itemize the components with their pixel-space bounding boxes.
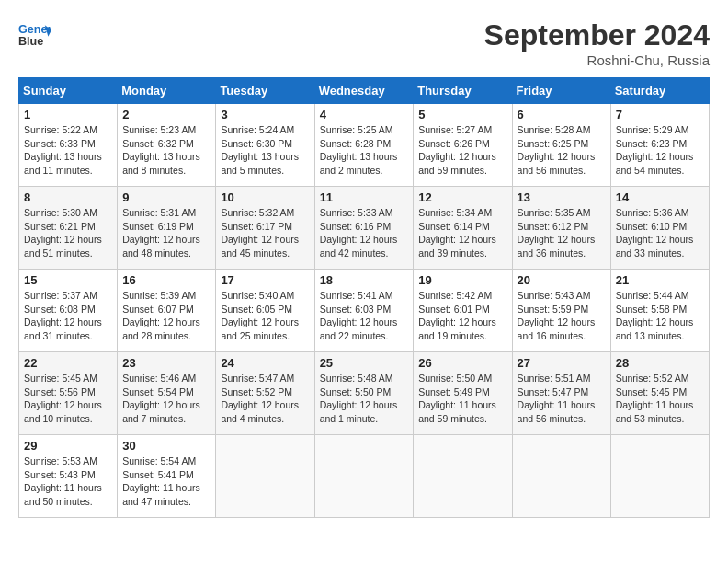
calendar-cell: 10Sunrise: 5:32 AM Sunset: 6:17 PM Dayli… [216,187,314,270]
calendar-cell: 6Sunrise: 5:28 AM Sunset: 6:25 PM Daylig… [512,104,610,187]
day-info: Sunrise: 5:41 AM Sunset: 6:03 PM Dayligh… [320,289,409,343]
day-number: 28 [616,356,704,370]
day-info: Sunrise: 5:50 AM Sunset: 5:49 PM Dayligh… [418,372,506,426]
day-number: 21 [616,273,704,287]
month-title: September 2024 [484,18,710,52]
calendar-cell: 21Sunrise: 5:44 AM Sunset: 5:58 PM Dayli… [610,270,709,352]
calendar-cell: 5Sunrise: 5:27 AM Sunset: 6:26 PM Daylig… [414,104,512,187]
day-info: Sunrise: 5:29 AM Sunset: 6:23 PM Dayligh… [616,123,704,178]
calendar-cell: 18Sunrise: 5:41 AM Sunset: 6:03 PM Dayli… [314,270,414,352]
day-info: Sunrise: 5:28 AM Sunset: 6:25 PM Dayligh… [518,123,606,178]
day-info: Sunrise: 5:30 AM Sunset: 6:21 PM Dayligh… [24,206,112,260]
day-info: Sunrise: 5:48 AM Sunset: 5:50 PM Dayligh… [320,372,409,426]
calendar-cell: 27Sunrise: 5:51 AM Sunset: 5:47 PM Dayli… [512,352,610,435]
calendar-cell: 23Sunrise: 5:46 AM Sunset: 5:54 PM Dayli… [118,352,216,435]
calendar-cell [512,435,610,518]
day-info: Sunrise: 5:22 AM Sunset: 6:33 PM Dayligh… [24,123,112,178]
calendar-cell [216,435,314,518]
day-number: 15 [24,273,112,287]
day-info: Sunrise: 5:46 AM Sunset: 5:54 PM Dayligh… [122,372,210,426]
calendar-cell: 7Sunrise: 5:29 AM Sunset: 6:23 PM Daylig… [610,104,709,187]
day-number: 29 [24,439,112,453]
calendar-cell: 28Sunrise: 5:52 AM Sunset: 5:45 PM Dayli… [610,352,709,435]
day-info: Sunrise: 5:35 AM Sunset: 6:12 PM Dayligh… [518,206,606,260]
calendar-cell [610,435,709,518]
page-header: General Blue September 2024 Roshni-Chu, … [18,18,710,68]
day-number: 20 [518,273,606,287]
day-info: Sunrise: 5:36 AM Sunset: 6:10 PM Dayligh… [616,206,704,260]
weekday-sunday: Sunday [19,78,118,104]
calendar-cell: 30Sunrise: 5:54 AM Sunset: 5:41 PM Dayli… [118,435,216,518]
weekday-thursday: Thursday [414,78,512,104]
day-info: Sunrise: 5:42 AM Sunset: 6:01 PM Dayligh… [418,289,506,343]
week-row-2: 8Sunrise: 5:30 AM Sunset: 6:21 PM Daylig… [19,187,710,270]
calendar-table: SundayMondayTuesdayWednesdayThursdayFrid… [18,77,710,518]
calendar-cell: 26Sunrise: 5:50 AM Sunset: 5:49 PM Dayli… [414,352,512,435]
day-number: 12 [418,190,506,204]
day-info: Sunrise: 5:53 AM Sunset: 5:43 PM Dayligh… [24,454,112,509]
day-info: Sunrise: 5:44 AM Sunset: 5:58 PM Dayligh… [616,289,704,343]
day-number: 23 [122,356,210,370]
day-number: 7 [616,108,704,121]
day-info: Sunrise: 5:33 AM Sunset: 6:16 PM Dayligh… [320,206,409,260]
calendar-cell: 12Sunrise: 5:34 AM Sunset: 6:14 PM Dayli… [414,187,512,270]
day-number: 16 [122,273,210,287]
calendar-cell: 2Sunrise: 5:23 AM Sunset: 6:32 PM Daylig… [118,104,216,187]
week-row-1: 1Sunrise: 5:22 AM Sunset: 6:33 PM Daylig… [19,104,710,187]
day-info: Sunrise: 5:47 AM Sunset: 5:52 PM Dayligh… [221,372,309,426]
calendar-cell: 11Sunrise: 5:33 AM Sunset: 6:16 PM Dayli… [314,187,414,270]
day-number: 30 [122,439,210,453]
calendar-cell: 15Sunrise: 5:37 AM Sunset: 6:08 PM Dayli… [19,270,118,352]
day-info: Sunrise: 5:25 AM Sunset: 6:28 PM Dayligh… [320,123,409,178]
day-number: 6 [518,108,606,121]
weekday-friday: Friday [512,78,610,104]
day-info: Sunrise: 5:45 AM Sunset: 5:56 PM Dayligh… [24,372,112,426]
weekday-monday: Monday [118,78,216,104]
day-info: Sunrise: 5:32 AM Sunset: 6:17 PM Dayligh… [221,206,309,260]
day-info: Sunrise: 5:52 AM Sunset: 5:45 PM Dayligh… [616,372,704,426]
day-number: 26 [418,356,506,370]
logo-icon: General Blue [18,18,51,52]
calendar-cell: 25Sunrise: 5:48 AM Sunset: 5:50 PM Dayli… [314,352,414,435]
calendar-cell: 22Sunrise: 5:45 AM Sunset: 5:56 PM Dayli… [19,352,118,435]
day-info: Sunrise: 5:24 AM Sunset: 6:30 PM Dayligh… [221,123,309,178]
day-number: 4 [320,108,409,121]
calendar-cell: 19Sunrise: 5:42 AM Sunset: 6:01 PM Dayli… [414,270,512,352]
day-number: 18 [320,273,409,287]
weekday-header-row: SundayMondayTuesdayWednesdayThursdayFrid… [19,78,710,104]
day-number: 9 [122,190,210,204]
week-row-5: 29Sunrise: 5:53 AM Sunset: 5:43 PM Dayli… [19,435,710,518]
day-number: 17 [221,273,309,287]
day-info: Sunrise: 5:39 AM Sunset: 6:07 PM Dayligh… [122,289,210,343]
day-number: 22 [24,356,112,370]
day-number: 24 [221,356,309,370]
weekday-saturday: Saturday [610,78,709,104]
week-row-4: 22Sunrise: 5:45 AM Sunset: 5:56 PM Dayli… [19,352,710,435]
day-info: Sunrise: 5:54 AM Sunset: 5:41 PM Dayligh… [122,454,210,509]
day-number: 5 [418,108,506,121]
day-info: Sunrise: 5:27 AM Sunset: 6:26 PM Dayligh… [418,123,506,178]
day-number: 14 [616,190,704,204]
day-number: 2 [122,108,210,121]
weekday-wednesday: Wednesday [314,78,414,104]
day-info: Sunrise: 5:37 AM Sunset: 6:08 PM Dayligh… [24,289,112,343]
calendar-cell: 20Sunrise: 5:43 AM Sunset: 5:59 PM Dayli… [512,270,610,352]
week-row-3: 15Sunrise: 5:37 AM Sunset: 6:08 PM Dayli… [19,270,710,352]
day-number: 1 [24,108,112,121]
svg-text:Blue: Blue [18,35,43,48]
day-info: Sunrise: 5:23 AM Sunset: 6:32 PM Dayligh… [122,123,210,178]
location: Roshni-Chu, Russia [484,52,710,68]
calendar-body: 1Sunrise: 5:22 AM Sunset: 6:33 PM Daylig… [19,104,710,518]
calendar-cell: 9Sunrise: 5:31 AM Sunset: 6:19 PM Daylig… [118,187,216,270]
day-number: 27 [518,356,606,370]
day-number: 25 [320,356,409,370]
day-info: Sunrise: 5:31 AM Sunset: 6:19 PM Dayligh… [122,206,210,260]
calendar-cell: 16Sunrise: 5:39 AM Sunset: 6:07 PM Dayli… [118,270,216,352]
day-info: Sunrise: 5:40 AM Sunset: 6:05 PM Dayligh… [221,289,309,343]
day-info: Sunrise: 5:51 AM Sunset: 5:47 PM Dayligh… [518,372,606,426]
calendar-cell: 8Sunrise: 5:30 AM Sunset: 6:21 PM Daylig… [19,187,118,270]
calendar-cell: 14Sunrise: 5:36 AM Sunset: 6:10 PM Dayli… [610,187,709,270]
calendar-cell [314,435,414,518]
day-number: 19 [418,273,506,287]
calendar-cell: 24Sunrise: 5:47 AM Sunset: 5:52 PM Dayli… [216,352,314,435]
